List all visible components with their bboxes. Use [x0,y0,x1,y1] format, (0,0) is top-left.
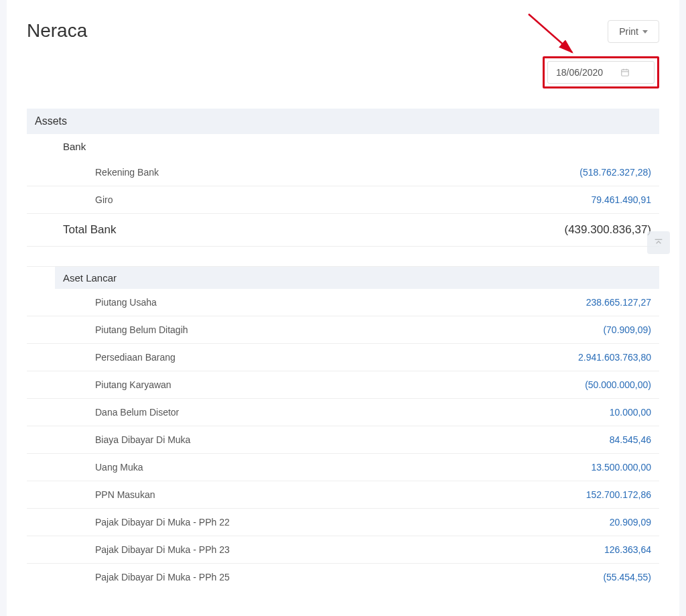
row-value[interactable]: 2.941.603.763,80 [578,352,651,363]
date-value: 18/06/2020 [556,67,603,78]
calendar-icon [620,68,630,77]
table-row: Pajak Dibayar Di Muka - PPh 25 (55.454,5… [27,564,659,591]
arrow-up-icon [653,237,664,248]
svg-rect-1 [622,70,629,76]
chevron-down-icon [642,30,648,34]
table-row: Persediaan Barang 2.941.603.763,80 [27,344,659,371]
row-label: Piutang Belum Ditagih [35,324,188,335]
row-value[interactable]: 126.363,64 [604,544,651,555]
date-area: 18/06/2020 [27,56,659,88]
row-value[interactable]: 84.545,46 [610,434,651,445]
row-value[interactable]: (50.000.000,00) [585,379,651,390]
row-value[interactable]: 238.665.127,27 [586,297,651,308]
row-label: Uang Muka [35,462,143,473]
row-label: Persediaan Barang [35,352,176,363]
row-label: Pajak Dibayar Di Muka - PPh 23 [35,544,230,555]
row-value[interactable]: 13.500.000,00 [591,462,651,473]
row-label: Dana Belum Disetor [35,407,179,418]
row-label: Pajak Dibayar Di Muka - PPh 22 [35,517,230,528]
row-value[interactable]: 10.000,00 [610,407,651,418]
subsection-bank: Bank [55,134,659,159]
row-label: Rekening Bank [35,167,159,178]
scroll-to-top-button[interactable] [647,231,670,254]
row-label: Giro [35,194,113,205]
row-value[interactable]: (55.454,55) [603,572,651,582]
total-bank-row: Total Bank (439.300.836,37) [27,214,659,247]
table-row: Dana Belum Disetor 10.000,00 [27,399,659,426]
row-label: Biaya Dibayar Di Muka [35,434,190,445]
table-row: PPN Masukan 152.700.172,86 [27,481,659,509]
row-label: Pajak Dibayar Di Muka - PPh 25 [35,572,230,582]
table-row: Rekening Bank (518.762.327,28) [27,159,659,186]
total-bank-value: (439.300.836,37) [565,223,652,237]
total-bank-label: Total Bank [35,223,116,237]
table-row: Piutang Usaha 238.665.127,27 [27,289,659,316]
print-button[interactable]: Print [608,20,659,43]
spacer-row [27,247,659,267]
table-row: Uang Muka 13.500.000,00 [27,454,659,481]
subsection-aset-lancar: Aset Lancar [55,267,659,289]
date-input[interactable]: 18/06/2020 [547,61,655,84]
table-row: Piutang Belum Ditagih (70.909,09) [27,316,659,344]
header: Neraca Print [27,20,659,43]
report-page: Neraca Print 18/06/2020 [7,0,679,616]
row-value[interactable]: 152.700.172,86 [586,489,651,500]
date-highlight-box: 18/06/2020 [543,56,659,88]
table-row: Pajak Dibayar Di Muka - PPh 22 20.909,09 [27,509,659,536]
row-label: PPN Masukan [35,489,155,500]
table-row: Piutang Karyawan (50.000.000,00) [27,371,659,399]
section-assets: Assets [27,109,659,134]
print-label: Print [619,26,638,37]
row-value[interactable]: (518.762.327,28) [579,167,651,178]
row-label: Piutang Karyawan [35,379,172,390]
table-row: Pajak Dibayar Di Muka - PPh 23 126.363,6… [27,536,659,564]
table-row: Giro 79.461.490,91 [27,186,659,214]
page-title: Neraca [27,20,87,42]
row-value[interactable]: 20.909,09 [610,517,651,528]
table-row: Biaya Dibayar Di Muka 84.545,46 [27,426,659,454]
row-value[interactable]: 79.461.490,91 [591,194,651,205]
row-label: Piutang Usaha [35,297,157,308]
row-value[interactable]: (70.909,09) [603,324,651,335]
